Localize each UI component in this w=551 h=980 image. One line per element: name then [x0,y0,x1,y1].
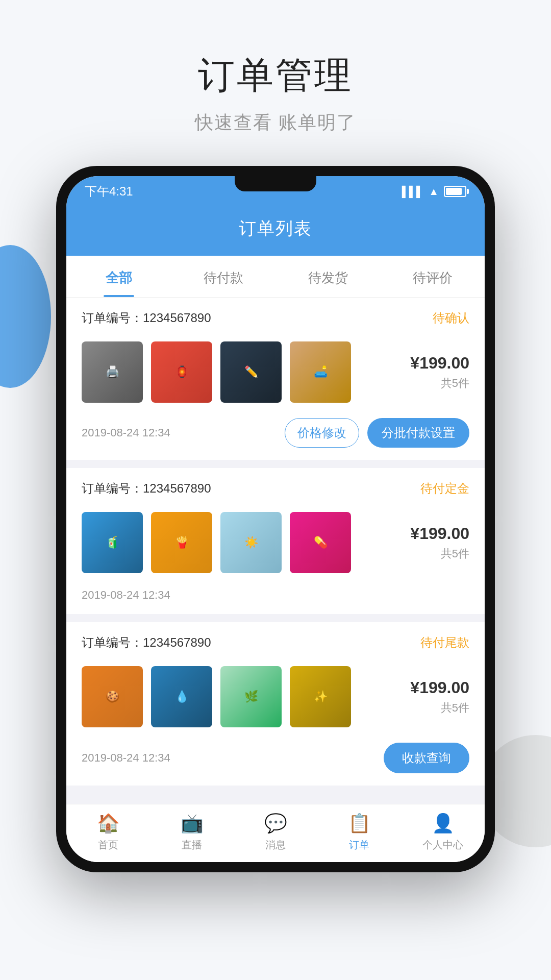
live-icon: 📺 [181,813,204,834]
product-img-bed: 🛋️ [290,341,351,403]
status-time: 下午4:31 [85,183,133,200]
order-card-2: 订单编号：1234567890 待付定金 🧃 🍟 ☀️ [66,468,485,614]
profile-icon: 👤 [432,813,455,834]
product-img-serum: ✨ [290,666,351,727]
order-date-2: 2019-08-24 12:34 [82,589,170,602]
order-number-3: 订单编号：1234567890 [82,634,211,651]
price-modify-button[interactable]: 价格修改 [285,418,359,448]
order-header-3: 订单编号：1234567890 待付尾款 [66,622,485,661]
nav-item-message[interactable]: 💬 消息 [234,813,317,852]
nav-label-live: 直播 [182,838,202,852]
price-amount-3: ¥199.00 [410,678,469,697]
price-info-1: ¥199.00 共5件 [410,354,469,391]
tab-pending-ship[interactable]: 待发货 [276,256,380,297]
product-img-lantern: 🏮 [151,341,212,403]
order-header-2: 订单编号：1234567890 待付定金 [66,468,485,507]
collection-query-button[interactable]: 收款查询 [384,743,469,773]
products-row-2: 🧃 🍟 ☀️ 💊 ¥199.00 共5件 [66,507,485,583]
product-img-snack: 🍟 [151,512,212,573]
order-status-2: 待付定金 [420,480,469,497]
order-date-1: 2019-08-24 12:34 [82,426,170,439]
installment-button[interactable]: 分批付款设置 [367,418,469,448]
wifi-icon: ▲ [429,186,439,198]
tab-pending-payment[interactable]: 待付款 [171,256,276,297]
tab-all[interactable]: 全部 [66,256,171,297]
price-amount-1: ¥199.00 [410,354,469,373]
order-footer-1: 2019-08-24 12:34 价格修改 分批付款设置 [66,413,485,460]
signal-icon: ▌▌▌ [402,186,424,198]
price-count-2: 共5件 [410,546,469,561]
order-card-3: 订单编号：1234567890 待付尾款 🍪 💧 🌿 [66,622,485,786]
phone-frame: 下午4:31 ▌▌▌ ▲ 订单列表 全部 待付款 待发货 待评价 [56,166,495,872]
products-row-1: 🖨️ 🏮 ✏️ 🛋️ ¥199.00 共5件 [66,336,485,413]
price-count-1: 共5件 [410,376,469,391]
product-img-printer: 🖨️ [82,341,143,403]
app-header: 订单列表 [66,207,485,256]
tab-pending-review[interactable]: 待评价 [380,256,485,297]
nav-label-profile: 个人中心 [422,838,463,852]
battery-icon [444,186,466,197]
price-amount-2: ¥199.00 [410,524,469,543]
price-count-3: 共5件 [410,700,469,716]
price-info-2: ¥199.00 共5件 [410,524,469,561]
order-icon: 📋 [348,813,371,834]
order-header-1: 订单编号：1234567890 待确认 [66,298,485,336]
product-img-beauty: 💊 [290,512,351,573]
app-header-title: 订单列表 [66,217,485,240]
order-status-3: 待付尾款 [420,634,469,651]
order-number-1: 订单编号：1234567890 [82,310,211,326]
product-img-drink: 🧃 [82,512,143,573]
page-header: 订单管理 快速查看 账单明了 [0,0,551,166]
nav-item-profile[interactable]: 👤 个人中心 [401,813,485,852]
order-card-1: 订单编号：1234567890 待确认 🖨️ 🏮 ✏️ [66,298,485,460]
status-icons: ▌▌▌ ▲ [402,186,466,198]
order-footer-2: 2019-08-24 12:34 [66,583,485,614]
home-icon: 🏠 [97,813,120,834]
action-buttons-1: 价格修改 分批付款设置 [285,418,469,448]
order-date-3: 2019-08-24 12:34 [82,751,170,765]
nav-item-order[interactable]: 📋 订单 [317,813,401,852]
product-img-cookie: 🍪 [82,666,143,727]
message-icon: 💬 [264,813,287,834]
phone-wrapper: 下午4:31 ▌▌▌ ▲ 订单列表 全部 待付款 待发货 待评价 [0,166,551,872]
order-number-2: 订单编号：1234567890 [82,480,211,497]
order-footer-3: 2019-08-24 12:34 收款查询 [66,738,485,786]
order-status-1: 待确认 [433,310,469,326]
products-row-3: 🍪 💧 🌿 ✨ ¥199.00 共5件 [66,661,485,738]
phone-notch [235,176,316,191]
phone-screen: 下午4:31 ▌▌▌ ▲ 订单列表 全部 待付款 待发货 待评价 [66,176,485,862]
product-img-cream: ☀️ [220,512,282,573]
product-img-lotion: 🌿 [220,666,282,727]
nav-label-order: 订单 [349,838,369,852]
price-info-3: ¥199.00 共5件 [410,678,469,716]
orders-container: 订单编号：1234567890 待确认 🖨️ 🏮 ✏️ [66,298,485,804]
nav-item-home[interactable]: 🏠 首页 [66,813,150,852]
page-subtitle: 快速查看 账单明了 [0,110,551,135]
nav-label-message: 消息 [265,838,286,852]
product-img-eyedrops: 💧 [151,666,212,727]
nav-item-live[interactable]: 📺 直播 [150,813,234,852]
tabs-bar: 全部 待付款 待发货 待评价 [66,256,485,298]
product-img-chopsticks: ✏️ [220,341,282,403]
bottom-nav: 🏠 首页 📺 直播 💬 消息 📋 订单 👤 个人中心 [66,804,485,862]
page-title: 订单管理 [0,51,551,100]
nav-label-home: 首页 [98,838,118,852]
